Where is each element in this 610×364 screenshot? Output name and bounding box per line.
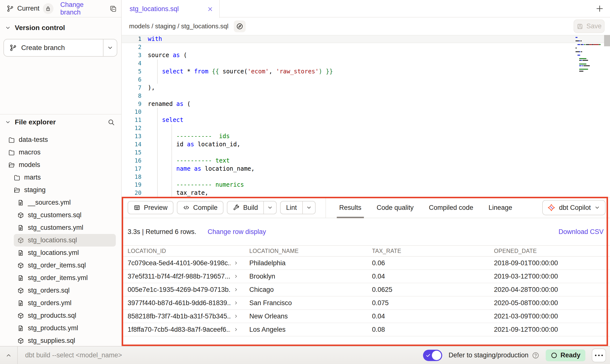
code-line-12[interactable]: 12 (122, 124, 610, 132)
build-button[interactable]: Build (227, 201, 277, 214)
code-line-20[interactable]: 20 tax_rate, (122, 189, 610, 197)
results-meta-row: 3.3s | Returned 6 rows. Change row displ… (122, 218, 610, 245)
tree-file-stg_locations.yml[interactable]: stg_locations.yml (0, 247, 120, 259)
table-row[interactable]: 37e5f311-b7f4-4f2f-988b-719657...Brookly… (122, 270, 610, 283)
close-icon[interactable] (207, 6, 213, 12)
create-branch-dropdown[interactable] (103, 39, 117, 56)
new-tab-plus-icon[interactable] (595, 4, 604, 13)
lineage-compass-button[interactable] (234, 20, 246, 32)
expand-row-chevron-icon[interactable] (234, 287, 238, 292)
table-row[interactable]: 1f8ffa70-7cb5-4d83-8a7f-9aceef6...Los An… (122, 323, 610, 336)
code-line-5[interactable]: 5 select * from {{ source('ecom', 'raw_s… (122, 67, 610, 76)
code-editor[interactable]: 1with23source as (45 select * from {{ so… (122, 35, 610, 197)
tree-file-stg_order_items.yml[interactable]: stg_order_items.yml (0, 272, 120, 284)
code-line-1[interactable]: 1with (122, 35, 610, 43)
expand-row-chevron-icon[interactable] (234, 274, 238, 279)
ready-status-badge[interactable]: Ready (546, 349, 585, 361)
statusbar-divider (17, 347, 18, 364)
code-line-10[interactable]: 10 (122, 108, 610, 116)
build-dropdown[interactable] (263, 201, 276, 214)
save-label: Save (586, 22, 602, 30)
version-control-section-header[interactable]: Version control (5, 24, 121, 32)
tree-folder-marts[interactable]: marts (0, 171, 120, 184)
code-line-2[interactable]: 2 (122, 43, 610, 51)
copy-branch-icon[interactable] (109, 5, 117, 12)
search-icon[interactable] (107, 118, 115, 126)
editor-scrollbar[interactable] (604, 35, 610, 46)
tree-folder-models[interactable]: models (0, 159, 120, 171)
code-line-8[interactable]: 8 (122, 92, 610, 100)
change-branch-link[interactable]: Change branch (60, 1, 104, 16)
tree-file-stg_customers.sql[interactable]: stg_customers.sql (0, 209, 120, 221)
file-icon (17, 300, 24, 307)
location-id-value: 1f8ffa70-7cb5-4d83-8a7f-9aceef6... (128, 326, 231, 333)
minimap-line (576, 69, 603, 70)
table-row[interactable]: 3977f440-b87d-461b-9dd6-81839...San Fran… (122, 297, 610, 310)
tree-file-stg_supplies.sql[interactable]: stg_supplies.sql (0, 334, 120, 347)
collapse-bar-button[interactable] (0, 352, 17, 359)
tree-file-stg_customers.yml[interactable]: stg_customers.yml (0, 221, 120, 234)
lint-button-main[interactable]: Lint (281, 201, 302, 214)
code-line-9[interactable]: 9renamed as ( (122, 100, 610, 108)
minimap-line (576, 39, 603, 40)
expand-row-chevron-icon[interactable] (234, 300, 238, 305)
line-code: tax_rate, (148, 189, 208, 196)
command-input[interactable]: dbt build --select <model_name> (25, 351, 423, 359)
tree-folder-data-tests[interactable]: data-tests (0, 133, 120, 146)
tab-stg-locations[interactable]: stg_locations.sql (122, 0, 220, 18)
code-line-17[interactable]: 17 name as location_name, (122, 165, 610, 173)
create-branch-label: Create branch (21, 44, 65, 52)
defer-toggle[interactable] (423, 350, 442, 361)
more-options-button[interactable] (592, 348, 606, 362)
panel-tab-results[interactable]: Results (339, 198, 362, 218)
help-question-icon[interactable] (532, 352, 539, 359)
file-explorer-section-header[interactable]: File explorer (5, 118, 115, 126)
code-line-6[interactable]: 6 (122, 75, 610, 83)
tree-file-stg_order_items.sql[interactable]: stg_order_items.sql (0, 259, 120, 272)
tree-file-stg_products.yml[interactable]: stg_products.yml (0, 322, 120, 334)
tree-file-stg_locations.sql[interactable]: stg_locations.sql (14, 234, 116, 247)
code-line-3[interactable]: 3source as ( (122, 51, 610, 59)
panel-tab-code-quality[interactable]: Code quality (376, 198, 414, 218)
panel-tab-lineage[interactable]: Lineage (488, 198, 513, 218)
preview-button[interactable]: Preview (128, 201, 173, 214)
code-line-13[interactable]: 13 ---------- ids (122, 132, 610, 140)
expand-row-chevron-icon[interactable] (234, 314, 238, 319)
save-button[interactable]: Save (574, 19, 605, 33)
lint-button[interactable]: Lint (280, 201, 316, 214)
change-row-display-link[interactable]: Change row display (208, 228, 266, 236)
table-row[interactable]: 858218fb-73f7-4b1b-a31f-57b345...New Orl… (122, 310, 610, 323)
expand-row-chevron-icon[interactable] (234, 261, 238, 265)
editor-minimap[interactable] (576, 37, 603, 72)
current-branch-label: Current (17, 5, 39, 12)
expand-row-chevron-icon[interactable] (234, 327, 238, 332)
panel-tab-compiled-code[interactable]: Compiled code (428, 198, 474, 218)
table-row[interactable]: 005e7e1c-1935-4269-b479-0713b...Chicago0… (122, 283, 610, 297)
code-line-7[interactable]: 7), (122, 83, 610, 92)
build-button-main[interactable]: Build (227, 201, 263, 214)
code-line-16[interactable]: 16 ---------- text (122, 156, 610, 165)
create-branch-main[interactable]: Create branch (4, 44, 103, 52)
code-line-4[interactable]: 4 (122, 59, 610, 67)
create-branch-button[interactable]: Create branch (3, 39, 117, 57)
code-line-19[interactable]: 19 ---------- numerics (122, 181, 610, 189)
lint-dropdown[interactable] (302, 201, 315, 214)
tree-file-stg_orders.sql[interactable]: stg_orders.sql (0, 284, 120, 297)
preview-button-main[interactable]: Preview (128, 201, 173, 214)
code-line-15[interactable]: 15 (122, 148, 610, 156)
tree-folder-macros[interactable]: macros (0, 146, 120, 159)
tree-folder-staging[interactable]: staging (0, 184, 120, 196)
code-line-11[interactable]: 11 select (122, 116, 610, 124)
compile-button-main[interactable]: Compile (177, 201, 223, 214)
tree-file-stg_orders.yml[interactable]: stg_orders.yml (0, 297, 120, 309)
compile-button[interactable]: Compile (177, 201, 223, 214)
chevron-up-icon (5, 352, 12, 359)
code-line-14[interactable]: 14 id as location_id, (122, 140, 610, 149)
table-row[interactable]: 7c079cea-5ed4-4101-906e-9198c...Philadel… (122, 257, 610, 270)
line-number: 11 (122, 117, 148, 123)
code-line-18[interactable]: 18 (122, 173, 610, 181)
tree-file-__sources.yml[interactable]: __sources.yml (0, 196, 120, 209)
dbt-copilot-button[interactable]: dbt Copilot (542, 200, 606, 215)
tree-file-stg_products.sql[interactable]: stg_products.sql (0, 309, 120, 322)
download-csv-link[interactable]: Download CSV (559, 228, 604, 236)
